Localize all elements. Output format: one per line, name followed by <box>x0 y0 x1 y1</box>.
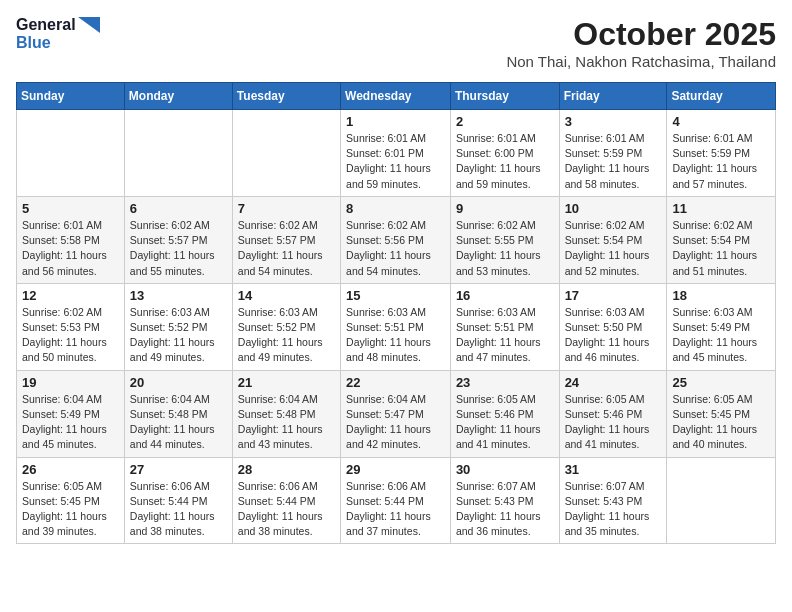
day-info: Sunrise: 6:01 AMSunset: 6:00 PMDaylight:… <box>456 131 554 192</box>
day-number: 17 <box>565 288 662 303</box>
day-info: Sunrise: 6:03 AMSunset: 5:51 PMDaylight:… <box>346 305 445 366</box>
calendar-cell: 24Sunrise: 6:05 AMSunset: 5:46 PMDayligh… <box>559 370 667 457</box>
day-info: Sunrise: 6:02 AMSunset: 5:55 PMDaylight:… <box>456 218 554 279</box>
day-info: Sunrise: 6:01 AMSunset: 5:58 PMDaylight:… <box>22 218 119 279</box>
day-info: Sunrise: 6:01 AMSunset: 5:59 PMDaylight:… <box>672 131 770 192</box>
day-number: 19 <box>22 375 119 390</box>
calendar: SundayMondayTuesdayWednesdayThursdayFrid… <box>16 82 776 544</box>
day-info: Sunrise: 6:03 AMSunset: 5:52 PMDaylight:… <box>130 305 227 366</box>
calendar-cell: 18Sunrise: 6:03 AMSunset: 5:49 PMDayligh… <box>667 283 776 370</box>
day-number: 13 <box>130 288 227 303</box>
calendar-cell <box>17 110 125 197</box>
day-info: Sunrise: 6:05 AMSunset: 5:45 PMDaylight:… <box>22 479 119 540</box>
weekday-header: Wednesday <box>341 83 451 110</box>
calendar-week-row: 1Sunrise: 6:01 AMSunset: 6:01 PMDaylight… <box>17 110 776 197</box>
day-number: 10 <box>565 201 662 216</box>
calendar-cell: 14Sunrise: 6:03 AMSunset: 5:52 PMDayligh… <box>232 283 340 370</box>
calendar-cell: 26Sunrise: 6:05 AMSunset: 5:45 PMDayligh… <box>17 457 125 544</box>
calendar-header: SundayMondayTuesdayWednesdayThursdayFrid… <box>17 83 776 110</box>
weekday-header: Tuesday <box>232 83 340 110</box>
day-info: Sunrise: 6:07 AMSunset: 5:43 PMDaylight:… <box>565 479 662 540</box>
calendar-cell: 1Sunrise: 6:01 AMSunset: 6:01 PMDaylight… <box>341 110 451 197</box>
day-info: Sunrise: 6:04 AMSunset: 5:48 PMDaylight:… <box>130 392 227 453</box>
day-number: 9 <box>456 201 554 216</box>
day-number: 23 <box>456 375 554 390</box>
page-header: General Blue October 2025 Non Thai, Nakh… <box>16 16 776 70</box>
day-number: 5 <box>22 201 119 216</box>
calendar-cell: 2Sunrise: 6:01 AMSunset: 6:00 PMDaylight… <box>450 110 559 197</box>
day-info: Sunrise: 6:01 AMSunset: 5:59 PMDaylight:… <box>565 131 662 192</box>
calendar-cell: 25Sunrise: 6:05 AMSunset: 5:45 PMDayligh… <box>667 370 776 457</box>
logo-general: General <box>16 16 76 34</box>
calendar-cell: 9Sunrise: 6:02 AMSunset: 5:55 PMDaylight… <box>450 196 559 283</box>
day-info: Sunrise: 6:05 AMSunset: 5:46 PMDaylight:… <box>456 392 554 453</box>
calendar-cell: 21Sunrise: 6:04 AMSunset: 5:48 PMDayligh… <box>232 370 340 457</box>
calendar-cell: 7Sunrise: 6:02 AMSunset: 5:57 PMDaylight… <box>232 196 340 283</box>
calendar-cell: 20Sunrise: 6:04 AMSunset: 5:48 PMDayligh… <box>124 370 232 457</box>
day-info: Sunrise: 6:02 AMSunset: 5:54 PMDaylight:… <box>672 218 770 279</box>
logo-blue: Blue <box>16 34 51 52</box>
day-info: Sunrise: 6:06 AMSunset: 5:44 PMDaylight:… <box>238 479 335 540</box>
day-info: Sunrise: 6:03 AMSunset: 5:50 PMDaylight:… <box>565 305 662 366</box>
title-block: October 2025 Non Thai, Nakhon Ratchasima… <box>506 16 776 70</box>
calendar-cell <box>124 110 232 197</box>
day-info: Sunrise: 6:02 AMSunset: 5:57 PMDaylight:… <box>130 218 227 279</box>
day-number: 8 <box>346 201 445 216</box>
calendar-cell: 5Sunrise: 6:01 AMSunset: 5:58 PMDaylight… <box>17 196 125 283</box>
calendar-cell: 30Sunrise: 6:07 AMSunset: 5:43 PMDayligh… <box>450 457 559 544</box>
calendar-cell: 27Sunrise: 6:06 AMSunset: 5:44 PMDayligh… <box>124 457 232 544</box>
day-number: 26 <box>22 462 119 477</box>
day-number: 18 <box>672 288 770 303</box>
day-number: 31 <box>565 462 662 477</box>
day-number: 11 <box>672 201 770 216</box>
day-number: 12 <box>22 288 119 303</box>
day-info: Sunrise: 6:04 AMSunset: 5:47 PMDaylight:… <box>346 392 445 453</box>
weekday-header: Friday <box>559 83 667 110</box>
calendar-cell: 11Sunrise: 6:02 AMSunset: 5:54 PMDayligh… <box>667 196 776 283</box>
calendar-cell: 6Sunrise: 6:02 AMSunset: 5:57 PMDaylight… <box>124 196 232 283</box>
svg-marker-0 <box>78 17 100 33</box>
calendar-cell: 4Sunrise: 6:01 AMSunset: 5:59 PMDaylight… <box>667 110 776 197</box>
day-info: Sunrise: 6:02 AMSunset: 5:57 PMDaylight:… <box>238 218 335 279</box>
day-number: 30 <box>456 462 554 477</box>
weekday-header: Sunday <box>17 83 125 110</box>
day-number: 14 <box>238 288 335 303</box>
logo-triangle-icon <box>78 17 100 33</box>
calendar-cell: 17Sunrise: 6:03 AMSunset: 5:50 PMDayligh… <box>559 283 667 370</box>
month-title: October 2025 <box>506 16 776 53</box>
weekday-header: Thursday <box>450 83 559 110</box>
day-info: Sunrise: 6:03 AMSunset: 5:52 PMDaylight:… <box>238 305 335 366</box>
calendar-week-row: 5Sunrise: 6:01 AMSunset: 5:58 PMDaylight… <box>17 196 776 283</box>
calendar-cell: 8Sunrise: 6:02 AMSunset: 5:56 PMDaylight… <box>341 196 451 283</box>
calendar-cell: 28Sunrise: 6:06 AMSunset: 5:44 PMDayligh… <box>232 457 340 544</box>
location-title: Non Thai, Nakhon Ratchasima, Thailand <box>506 53 776 70</box>
calendar-week-row: 19Sunrise: 6:04 AMSunset: 5:49 PMDayligh… <box>17 370 776 457</box>
calendar-cell: 15Sunrise: 6:03 AMSunset: 5:51 PMDayligh… <box>341 283 451 370</box>
day-number: 16 <box>456 288 554 303</box>
calendar-week-row: 26Sunrise: 6:05 AMSunset: 5:45 PMDayligh… <box>17 457 776 544</box>
calendar-cell: 3Sunrise: 6:01 AMSunset: 5:59 PMDaylight… <box>559 110 667 197</box>
day-info: Sunrise: 6:03 AMSunset: 5:51 PMDaylight:… <box>456 305 554 366</box>
day-number: 2 <box>456 114 554 129</box>
day-info: Sunrise: 6:04 AMSunset: 5:49 PMDaylight:… <box>22 392 119 453</box>
day-number: 29 <box>346 462 445 477</box>
calendar-cell: 31Sunrise: 6:07 AMSunset: 5:43 PMDayligh… <box>559 457 667 544</box>
weekday-header: Saturday <box>667 83 776 110</box>
day-number: 7 <box>238 201 335 216</box>
day-info: Sunrise: 6:03 AMSunset: 5:49 PMDaylight:… <box>672 305 770 366</box>
calendar-cell: 16Sunrise: 6:03 AMSunset: 5:51 PMDayligh… <box>450 283 559 370</box>
day-number: 3 <box>565 114 662 129</box>
weekday-header: Monday <box>124 83 232 110</box>
day-number: 15 <box>346 288 445 303</box>
day-number: 21 <box>238 375 335 390</box>
calendar-cell <box>667 457 776 544</box>
day-number: 20 <box>130 375 227 390</box>
day-number: 1 <box>346 114 445 129</box>
day-number: 4 <box>672 114 770 129</box>
calendar-week-row: 12Sunrise: 6:02 AMSunset: 5:53 PMDayligh… <box>17 283 776 370</box>
day-info: Sunrise: 6:06 AMSunset: 5:44 PMDaylight:… <box>130 479 227 540</box>
day-info: Sunrise: 6:04 AMSunset: 5:48 PMDaylight:… <box>238 392 335 453</box>
day-number: 24 <box>565 375 662 390</box>
day-info: Sunrise: 6:01 AMSunset: 6:01 PMDaylight:… <box>346 131 445 192</box>
calendar-cell: 22Sunrise: 6:04 AMSunset: 5:47 PMDayligh… <box>341 370 451 457</box>
